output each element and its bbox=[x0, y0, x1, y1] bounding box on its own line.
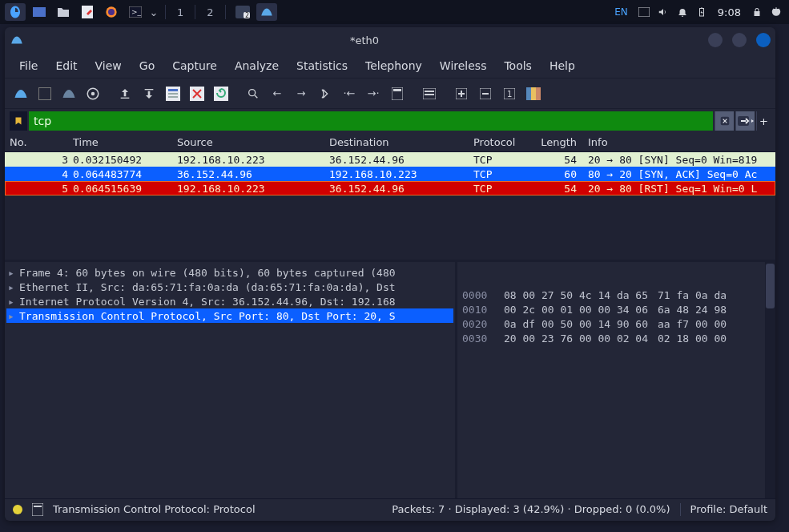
menu-go[interactable]: Go bbox=[131, 56, 163, 75]
expand-arrow-icon[interactable]: ▸ bbox=[6, 267, 19, 279]
app-menu-icon[interactable] bbox=[5, 3, 26, 21]
firefox-icon[interactable] bbox=[101, 3, 122, 21]
jump-icon[interactable] bbox=[314, 83, 336, 105]
editor-icon[interactable] bbox=[77, 3, 98, 21]
wireshark-task-icon[interactable] bbox=[256, 3, 277, 21]
auto-scroll-icon[interactable] bbox=[386, 83, 409, 105]
window-list-icon[interactable] bbox=[29, 3, 50, 21]
close-button[interactable] bbox=[756, 33, 771, 47]
packet-bytes[interactable]: 000008 00 27 50 4c 14 da 6571 fa 0a da00… bbox=[457, 262, 775, 498]
filter-apply-icon[interactable] bbox=[735, 111, 755, 131]
svg-rect-18 bbox=[168, 89, 178, 91]
toolbar: ← → ·← →· 1 bbox=[5, 79, 775, 109]
col-header-src[interactable]: Source bbox=[177, 136, 329, 148]
col-header-info[interactable]: Info bbox=[582, 136, 775, 148]
filter-bookmark-icon[interactable] bbox=[10, 111, 27, 131]
col-header-time[interactable]: Time bbox=[73, 136, 177, 148]
detail-row[interactable]: ▸Transmission Control Protocol, Src Port… bbox=[6, 308, 453, 323]
window-title: *eth0 bbox=[30, 34, 698, 46]
save-file-icon[interactable] bbox=[138, 83, 160, 105]
hex-scrollbar[interactable] bbox=[765, 262, 775, 498]
terminal-icon[interactable]: >_ bbox=[125, 3, 146, 21]
packet-row[interactable]: 50.064515639192.168.10.22336.152.44.96TC… bbox=[5, 181, 775, 195]
hex-scrollbar-thumb[interactable] bbox=[766, 264, 775, 308]
filter-add-icon[interactable]: + bbox=[756, 111, 771, 131]
packet-details[interactable]: ▸Frame 4: 60 bytes on wire (480 bits), 6… bbox=[5, 262, 457, 498]
go-last-icon[interactable]: →· bbox=[362, 83, 384, 105]
menu-help[interactable]: Help bbox=[541, 56, 583, 75]
menu-view[interactable]: View bbox=[87, 56, 130, 75]
expand-arrow-icon[interactable]: ▸ bbox=[6, 310, 19, 322]
reload-icon[interactable] bbox=[186, 83, 208, 105]
files-icon[interactable] bbox=[53, 3, 74, 21]
maximize-button[interactable] bbox=[732, 33, 747, 47]
zoom-reset-icon[interactable]: 1 bbox=[498, 83, 521, 105]
packet-row[interactable]: 40.06448377436.152.44.96192.168.10.223TC… bbox=[5, 167, 775, 181]
col-header-len[interactable]: Length bbox=[537, 136, 582, 148]
status-profile[interactable]: Profile: Default bbox=[690, 503, 767, 515]
prev-packet-icon[interactable]: ← bbox=[266, 83, 288, 105]
open-file-icon[interactable] bbox=[114, 83, 136, 105]
menu-tools[interactable]: Tools bbox=[496, 56, 540, 75]
workspace-switcher-icon[interactable] bbox=[636, 4, 652, 20]
go-first-icon[interactable]: ·← bbox=[338, 83, 360, 105]
menu-edit[interactable]: Edit bbox=[47, 56, 85, 75]
next-packet-icon[interactable]: → bbox=[290, 83, 312, 105]
expand-arrow-icon[interactable]: ▸ bbox=[6, 296, 19, 308]
battery-icon[interactable] bbox=[694, 4, 710, 20]
lock-icon[interactable] bbox=[749, 4, 765, 20]
minimize-button[interactable] bbox=[708, 33, 723, 47]
wireshark-window: *eth0 File Edit View Go Capture Analyze … bbox=[5, 27, 775, 521]
svg-text:>_: >_ bbox=[131, 8, 142, 16]
svg-text:2: 2 bbox=[245, 12, 249, 18]
stop-capture-icon[interactable] bbox=[34, 83, 56, 105]
restart-capture-icon[interactable] bbox=[58, 83, 80, 105]
menu-analyze[interactable]: Analyze bbox=[227, 56, 287, 75]
capture-file-props-icon[interactable] bbox=[32, 503, 43, 516]
svg-rect-34 bbox=[531, 87, 536, 100]
menu-file[interactable]: File bbox=[11, 56, 46, 75]
hex-line[interactable]: 000008 00 27 50 4c 14 da 6571 fa 0a da bbox=[462, 289, 771, 304]
clock[interactable]: 9:08 bbox=[713, 6, 746, 18]
packet-row[interactable]: 30.032150492192.168.10.22336.152.44.96TC… bbox=[5, 152, 775, 167]
svg-rect-11 bbox=[701, 8, 702, 9]
col-header-proto[interactable]: Protocol bbox=[473, 136, 537, 148]
notifications-icon[interactable] bbox=[674, 4, 690, 20]
volume-icon[interactable] bbox=[655, 4, 671, 20]
packet-list-header[interactable]: No. Time Source Destination Protocol Len… bbox=[5, 133, 775, 152]
expert-info-icon[interactable] bbox=[13, 505, 22, 514]
titlebar[interactable]: *eth0 bbox=[5, 27, 775, 53]
detail-row[interactable]: ▸Ethernet II, Src: da:65:71:fa:0a:da (da… bbox=[6, 280, 453, 294]
hex-line[interactable]: 00200a df 00 50 00 14 90 60aa f7 00 00 bbox=[462, 318, 771, 332]
menu-wireless[interactable]: Wireless bbox=[432, 56, 495, 75]
col-header-dst[interactable]: Destination bbox=[329, 136, 473, 148]
packet-list[interactable]: No. Time Source Destination Protocol Len… bbox=[5, 133, 775, 260]
svg-rect-0 bbox=[33, 7, 46, 17]
colorize-icon[interactable] bbox=[418, 83, 441, 105]
find-packet-icon[interactable] bbox=[210, 83, 232, 105]
keyboard-lang[interactable]: EN bbox=[610, 6, 633, 18]
expand-arrow-icon[interactable]: ▸ bbox=[6, 281, 19, 293]
workspace-2[interactable]: 2 bbox=[202, 6, 218, 18]
task-window-icon[interactable]: 2 bbox=[232, 3, 253, 21]
detail-row[interactable]: ▸Internet Protocol Version 4, Src: 36.15… bbox=[6, 294, 453, 308]
capture-options-icon[interactable] bbox=[82, 83, 104, 105]
col-header-no[interactable]: No. bbox=[5, 136, 73, 148]
filter-clear-icon[interactable] bbox=[715, 111, 734, 131]
detail-row[interactable]: ▸Frame 4: 60 bytes on wire (480 bits), 6… bbox=[6, 265, 453, 280]
workspace-1[interactable]: 1 bbox=[172, 6, 188, 18]
hex-line[interactable]: 001000 2c 00 01 00 00 34 066a 48 24 98 bbox=[462, 304, 771, 318]
display-filter-input[interactable] bbox=[29, 111, 713, 131]
terminal-dropdown-icon[interactable]: ⌄ bbox=[149, 3, 159, 21]
zoom-in-icon[interactable] bbox=[450, 83, 473, 105]
power-icon[interactable] bbox=[768, 4, 784, 20]
menu-capture[interactable]: Capture bbox=[164, 56, 225, 75]
zoom-out-icon[interactable] bbox=[474, 83, 497, 105]
search-icon[interactable] bbox=[242, 83, 264, 105]
hex-line[interactable]: 003020 00 23 76 00 00 02 0402 18 00 00 bbox=[462, 332, 771, 347]
close-file-icon[interactable] bbox=[162, 83, 184, 105]
start-capture-icon[interactable] bbox=[10, 83, 32, 105]
menu-telephony[interactable]: Telephony bbox=[357, 56, 430, 75]
resize-columns-icon[interactable] bbox=[522, 83, 545, 105]
menu-statistics[interactable]: Statistics bbox=[288, 56, 356, 75]
